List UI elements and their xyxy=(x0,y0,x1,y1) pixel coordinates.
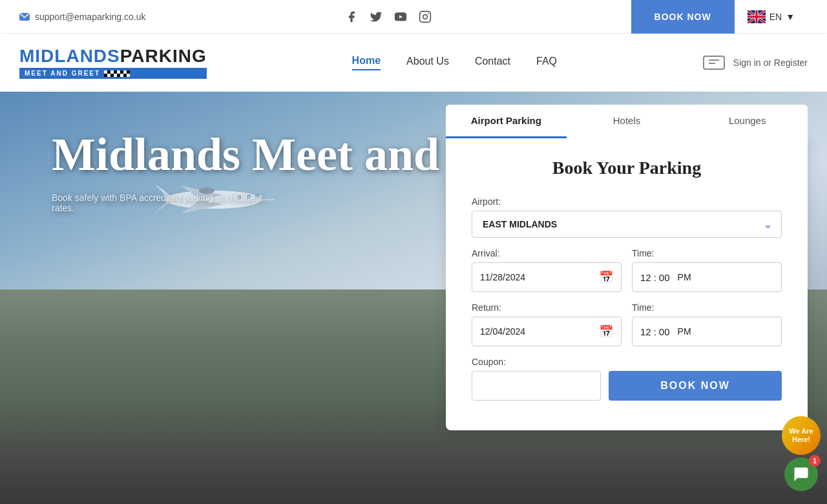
signin-area[interactable]: Sign in or Register xyxy=(702,55,808,70)
chat-icon xyxy=(792,465,810,483)
contact-info: support@emaparking.co.uk xyxy=(19,12,145,22)
airport-group: Airport: EAST MIDLANDS BIRMINGHAM MANCHE… xyxy=(472,196,782,238)
facebook-icon[interactable] xyxy=(345,10,358,23)
booking-tabs: Airport Parking Hotels Lounges xyxy=(446,105,808,138)
hero-section: Midlands Meet and Greet Parking Book saf… xyxy=(0,92,827,504)
airport-select[interactable]: EAST MIDLANDS BIRMINGHAM MANCHESTER xyxy=(472,211,782,238)
return-time-label: Time: xyxy=(632,302,782,313)
nav-links: Home About Us Contact FAQ xyxy=(352,55,557,70)
arrival-date-input[interactable] xyxy=(480,272,599,282)
return-date-wrapper: 📅 xyxy=(472,317,622,346)
svg-point-3 xyxy=(423,14,428,19)
logo-parking: PARKING xyxy=(120,46,207,67)
svg-rect-20 xyxy=(123,74,127,77)
hero-subtitle: Book safely with BPA accredited parking … xyxy=(52,193,271,213)
top-bar-right: BOOK NOW EN ▼ xyxy=(631,0,808,34)
social-links xyxy=(345,10,432,23)
return-row: Return: 📅 Time: 12 : 00 PM xyxy=(472,302,782,357)
svg-rect-14 xyxy=(104,74,107,77)
arrival-time-ampm: PM xyxy=(678,272,691,282)
nav-about[interactable]: About Us xyxy=(406,56,449,70)
arrival-time-wrapper: 12 : 00 PM xyxy=(632,262,782,292)
return-calendar-icon[interactable]: 📅 xyxy=(599,324,613,339)
logo-tagline-text: MEET AND GREET xyxy=(25,70,100,77)
svg-rect-10 xyxy=(117,70,120,74)
svg-rect-18 xyxy=(117,74,120,77)
return-time-ampm: PM xyxy=(678,326,691,337)
coupon-input[interactable] xyxy=(472,371,601,401)
arrival-date-wrapper: 📅 xyxy=(472,262,622,292)
chat-button[interactable]: 1 xyxy=(784,457,818,491)
book-now-top-button[interactable]: BOOK NOW xyxy=(631,0,735,34)
airport-select-wrapper: EAST MIDLANDS BIRMINGHAM MANCHESTER ⌄ xyxy=(472,211,782,238)
chat-notification-badge: 1 xyxy=(809,455,821,467)
svg-point-4 xyxy=(428,13,429,14)
instagram-icon[interactable] xyxy=(419,10,432,23)
svg-rect-8 xyxy=(110,70,114,74)
coupon-group: Coupon: BOOK NOW xyxy=(472,357,782,401)
nav-bar: MIDLANDS PARKING MEET AND GREET xyxy=(0,34,827,92)
tab-hotels[interactable]: Hotels xyxy=(567,105,687,138)
email-address: support@emaparking.co.uk xyxy=(35,12,145,22)
logo-midlands: MIDLANDS xyxy=(19,46,120,67)
signin-icon xyxy=(702,55,726,70)
book-now-button[interactable]: BOOK NOW xyxy=(609,371,782,401)
arrival-row: Arrival: 📅 Time: 12 : 00 PM xyxy=(472,248,782,302)
language-chevron: ▼ xyxy=(786,12,795,22)
arrival-time-colon: : xyxy=(654,272,656,283)
svg-rect-13 xyxy=(127,70,130,74)
logo[interactable]: MIDLANDS PARKING MEET AND GREET xyxy=(19,46,207,79)
arrival-group: Arrival: 📅 xyxy=(472,248,622,292)
chat-widget: We Are Here! 1 xyxy=(782,416,821,491)
coupon-label: Coupon: xyxy=(472,357,782,367)
arrival-time-min: 00 xyxy=(659,272,670,283)
coupon-row: BOOK NOW xyxy=(472,371,782,401)
return-label: Return: xyxy=(472,302,622,313)
return-group: Return: 📅 xyxy=(472,302,622,346)
svg-rect-7 xyxy=(107,70,110,74)
email-icon xyxy=(19,13,30,21)
arrival-time-group: Time: 12 : 00 PM xyxy=(632,248,782,292)
arrival-time-hour: 12 xyxy=(640,272,651,283)
svg-rect-2 xyxy=(420,11,431,22)
booking-panel: Airport Parking Hotels Lounges Book Your… xyxy=(446,105,808,430)
svg-rect-17 xyxy=(114,74,117,77)
tab-lounges[interactable]: Lounges xyxy=(687,105,808,138)
return-date-input[interactable] xyxy=(480,326,599,337)
tab-airport-parking[interactable]: Airport Parking xyxy=(446,105,567,138)
svg-rect-19 xyxy=(120,74,123,77)
svg-rect-11 xyxy=(120,70,123,74)
svg-rect-16 xyxy=(110,74,114,77)
nav-home[interactable]: Home xyxy=(352,55,381,70)
uk-flag-icon xyxy=(748,10,766,23)
booking-form: Book Your Parking Airport: EAST MIDLANDS… xyxy=(446,138,808,430)
airport-label: Airport: xyxy=(472,196,782,207)
booking-form-title: Book Your Parking xyxy=(472,158,782,178)
return-time-hour: 12 xyxy=(640,326,651,337)
svg-rect-6 xyxy=(104,70,107,74)
language-selector[interactable]: EN ▼ xyxy=(735,0,808,34)
tagline-checks xyxy=(104,70,130,77)
youtube-icon[interactable] xyxy=(394,10,407,23)
arrival-calendar-icon[interactable]: 📅 xyxy=(599,270,613,284)
top-bar: support@emaparking.co.uk BOOK NOW EN ▼ xyxy=(0,0,827,34)
nav-contact[interactable]: Contact xyxy=(475,56,510,70)
chat-badge: We Are Here! xyxy=(782,416,821,455)
svg-rect-15 xyxy=(107,74,110,77)
return-time-colon: : xyxy=(654,326,656,337)
return-time-min: 00 xyxy=(659,326,670,337)
return-time-group: Time: 12 : 00 PM xyxy=(632,302,782,346)
signin-label: Sign in or Register xyxy=(733,58,808,68)
nav-faq[interactable]: FAQ xyxy=(536,56,557,70)
svg-rect-12 xyxy=(123,70,127,74)
svg-rect-21 xyxy=(127,74,130,77)
svg-rect-9 xyxy=(114,70,117,74)
arrival-time-label: Time: xyxy=(632,248,782,258)
arrival-label: Arrival: xyxy=(472,248,622,258)
return-time-wrapper: 12 : 00 PM xyxy=(632,317,782,346)
twitter-icon[interactable] xyxy=(370,10,382,23)
language-label: EN xyxy=(769,12,782,22)
